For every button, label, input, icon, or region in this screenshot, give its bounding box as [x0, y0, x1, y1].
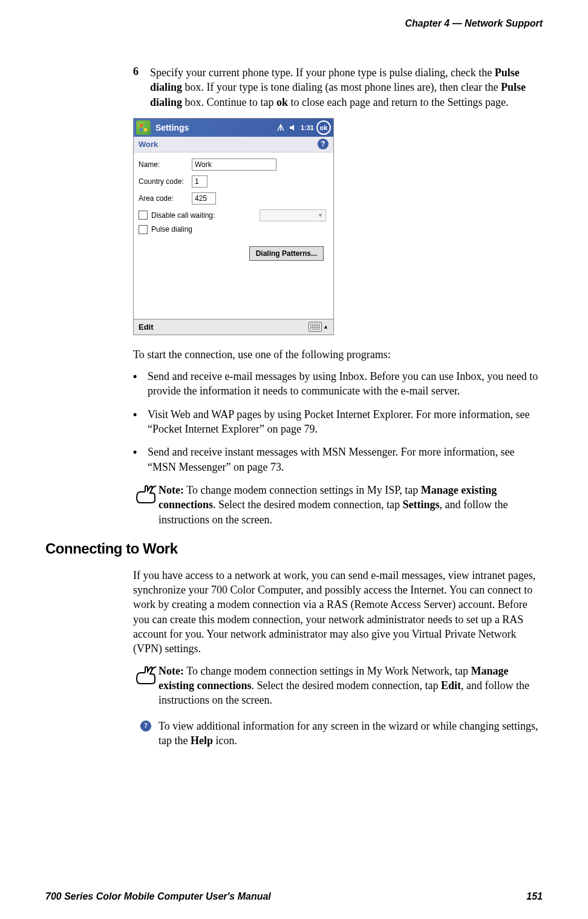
pocketpc-window: Settings 1:31 ok Work ? N — [133, 118, 334, 335]
start-icon[interactable] — [136, 120, 151, 135]
ok-button[interactable]: ok — [316, 120, 331, 135]
bullet-text: Visit Web and WAP pages by using Pocket … — [148, 407, 543, 437]
help-icon: ? — [133, 719, 158, 748]
area-code-label: Area code: — [139, 194, 192, 203]
help-note-block: ? To view additional information for any… — [133, 719, 543, 748]
chevron-down-icon: ▼ — [318, 212, 323, 218]
note-block-1: Note: To change modem connection setting… — [133, 483, 543, 527]
step-number: 6 — [133, 65, 144, 110]
dialing-patterns-button[interactable]: Dialing Patterns... — [249, 246, 324, 261]
pulse-dialing-label: Pulse dialing — [151, 225, 192, 234]
svg-rect-1 — [144, 124, 147, 127]
step-text: Specify your current phone type. If your… — [150, 65, 543, 110]
step-6: 6 Specify your current phone type. If yo… — [133, 65, 543, 110]
svg-rect-2 — [140, 128, 143, 131]
embedded-screenshot: Settings 1:31 ok Work ? N — [133, 118, 543, 335]
bottombar: Edit ▲ — [134, 319, 333, 335]
pulse-dialing-checkbox[interactable] — [139, 225, 148, 234]
keyboard-icon — [309, 322, 322, 332]
form-body: Name: Country code: Area code: Disable c… — [134, 152, 333, 319]
country-code-input[interactable] — [192, 175, 207, 188]
speaker-icon — [289, 123, 297, 132]
bullet-list: • Send and receive e-mail messages by us… — [133, 369, 543, 474]
status-icons: 1:31 — [276, 123, 314, 132]
disable-call-waiting-checkbox[interactable] — [139, 211, 148, 220]
note-hand-icon — [133, 664, 158, 708]
section-heading: Connecting to Work — [45, 540, 543, 557]
edit-menu[interactable]: Edit — [139, 322, 154, 332]
help-icon[interactable]: ? — [318, 139, 328, 149]
titlebar: Settings 1:31 ok — [134, 119, 333, 137]
disable-call-waiting-label: Disable call waiting: — [151, 211, 215, 220]
note-text: Note: To change modem connection setting… — [158, 664, 543, 708]
signal-icon — [276, 123, 285, 132]
svg-rect-3 — [144, 128, 147, 131]
bullet-text: Send and receive e-mail messages by usin… — [148, 369, 543, 399]
note-block-2: Note: To change modem connection setting… — [133, 664, 543, 708]
header-text: Chapter 4 — Network Support — [405, 18, 543, 28]
list-item: • Send and receive instant messages with… — [133, 445, 543, 474]
page-header: Chapter 4 — Network Support — [45, 18, 543, 29]
list-item: • Visit Web and WAP pages by using Pocke… — [133, 407, 543, 437]
page-footer: 700 Series Color Mobile Computer User's … — [45, 891, 543, 902]
subheader: Work ? — [134, 137, 333, 152]
keyboard-toggle[interactable]: ▲ — [309, 322, 328, 332]
footer-right: 151 — [526, 891, 543, 902]
subheader-title: Work — [139, 140, 158, 149]
up-triangle-icon: ▲ — [323, 324, 328, 330]
bullet-marker: • — [133, 445, 142, 474]
note-hand-icon — [133, 483, 158, 527]
svg-rect-0 — [140, 124, 143, 127]
help-note-text: To view additional information for any s… — [158, 719, 543, 748]
name-label: Name: — [139, 160, 192, 169]
bullet-marker: • — [133, 407, 142, 437]
list-item: • Send and receive e-mail messages by us… — [133, 369, 543, 399]
call-waiting-dropdown[interactable]: ▼ — [260, 209, 326, 221]
name-input[interactable] — [192, 159, 276, 171]
country-code-label: Country code: — [139, 177, 192, 186]
area-code-input[interactable] — [192, 192, 216, 204]
bullet-text: Send and receive instant messages with M… — [148, 445, 543, 474]
post-screenshot-para: To start the connection, use one of the … — [133, 347, 543, 362]
window-title: Settings — [155, 123, 276, 132]
bullet-marker: • — [133, 369, 142, 399]
note-text: Note: To change modem connection setting… — [158, 483, 543, 527]
connecting-to-work-para: If you have access to a network at work,… — [133, 568, 543, 656]
footer-left: 700 Series Color Mobile Computer User's … — [45, 891, 271, 902]
clock: 1:31 — [301, 124, 314, 131]
